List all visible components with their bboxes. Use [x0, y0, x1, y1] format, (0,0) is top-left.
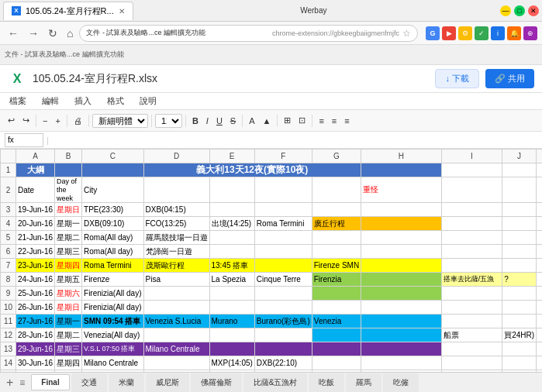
- cell-I12[interactable]: 船票: [441, 328, 502, 342]
- cell-I9[interactable]: [441, 287, 502, 301]
- cell-F6[interactable]: [254, 245, 312, 259]
- cell-E4[interactable]: 出境(14:25): [209, 217, 254, 231]
- cell-K4[interactable]: [537, 217, 542, 231]
- col-header-J[interactable]: J: [502, 150, 537, 163]
- ext-icon-7[interactable]: ⊕: [523, 26, 537, 40]
- address-bar[interactable]: 文件 - 試算表及驗略...ce 編輯擴充功能 chrome-extension…: [79, 25, 418, 42]
- cell-H15[interactable]: 重點:(完整訂票系統查詢): [361, 370, 442, 372]
- refresh-button[interactable]: ↻: [45, 26, 60, 41]
- cell-G14[interactable]: [312, 356, 361, 370]
- cell-K1[interactable]: [537, 163, 542, 177]
- cell-F2[interactable]: [254, 177, 312, 203]
- underline-button[interactable]: U: [213, 115, 226, 127]
- print-button[interactable]: 🖨: [71, 115, 85, 127]
- formula-input[interactable]: [52, 136, 537, 144]
- cell-D5[interactable]: 羅馬競技場一日遊: [143, 231, 209, 245]
- cell-F15[interactable]: [254, 370, 312, 372]
- cell-A11[interactable]: 27-Jun-16: [16, 315, 55, 328]
- cell-E14[interactable]: MXP(14:05): [209, 356, 254, 370]
- row-header-2[interactable]: 2: [1, 177, 16, 203]
- cell-reference-input[interactable]: [5, 133, 43, 147]
- cell-K12[interactable]: [537, 328, 542, 342]
- cell-H14[interactable]: [361, 356, 442, 370]
- share-button[interactable]: 🔗 共用: [485, 69, 534, 88]
- font-size-select[interactable]: 12: [155, 114, 182, 128]
- cell-A8[interactable]: 24-Jun-16: [16, 273, 55, 287]
- cell-E11[interactable]: Murano: [209, 315, 254, 328]
- italic-button[interactable]: I: [203, 115, 212, 127]
- bold-button[interactable]: B: [189, 115, 202, 127]
- cell-C8[interactable]: Firenze: [82, 273, 143, 287]
- cell-D10[interactable]: [143, 301, 209, 315]
- cell-K13[interactable]: [537, 342, 542, 356]
- font-color-button[interactable]: A: [246, 115, 257, 127]
- cell-F13[interactable]: [254, 342, 312, 356]
- cell-C11[interactable]: SMN 09:54 搭車: [82, 315, 143, 328]
- cell-H2[interactable]: 重怪: [361, 177, 442, 203]
- cell-G5[interactable]: [312, 231, 361, 245]
- row-header-1[interactable]: 1: [1, 163, 16, 177]
- cell-E6[interactable]: [209, 245, 254, 259]
- row-header-9[interactable]: 9: [1, 287, 16, 301]
- cell-E15[interactable]: [209, 370, 254, 372]
- merge-button[interactable]: ⊡: [295, 114, 309, 127]
- cell-K10[interactable]: [537, 301, 542, 315]
- row-header-5[interactable]: 5: [1, 231, 16, 245]
- row-header-11[interactable]: 11: [1, 315, 16, 328]
- sheet-tab-pisa[interactable]: 比薩&五漁村: [243, 373, 308, 392]
- cell-H6[interactable]: [361, 245, 442, 259]
- row-header-15[interactable]: 15: [1, 370, 16, 372]
- ext-icon-4[interactable]: ✓: [475, 26, 488, 40]
- cell-B14[interactable]: 星期四: [55, 356, 82, 370]
- cell-C14[interactable]: Milano Centrale: [82, 356, 143, 370]
- undo-button[interactable]: ↩: [5, 114, 18, 127]
- align-center-button[interactable]: ≡: [329, 115, 340, 127]
- cell-G9[interactable]: [312, 287, 361, 301]
- cell-B3[interactable]: 星期日: [55, 203, 82, 217]
- cell-B11[interactable]: 星期一: [55, 315, 82, 328]
- col-header-K[interactable]: K: [537, 150, 542, 163]
- cell-J13[interactable]: [502, 342, 537, 356]
- cell-D11[interactable]: Venezia S.Lucia: [143, 315, 209, 328]
- cell-H7[interactable]: [361, 259, 442, 273]
- cell-D8[interactable]: Pisa: [143, 273, 209, 287]
- cell-G7[interactable]: Firenze SMN: [312, 259, 361, 273]
- cell-F3[interactable]: [254, 203, 312, 217]
- star-icon[interactable]: ☆: [402, 28, 411, 39]
- cell-I3[interactable]: [441, 203, 502, 217]
- cell-A1[interactable]: 大綱: [16, 163, 55, 177]
- row-header-3[interactable]: 3: [1, 203, 16, 217]
- row-header-7[interactable]: 7: [1, 259, 16, 273]
- cell-A4[interactable]: 20-Jun-16: [16, 217, 55, 231]
- col-header-A[interactable]: A: [16, 150, 55, 163]
- col-header-D[interactable]: D: [143, 150, 209, 163]
- cell-A13[interactable]: 29-Jun-16: [16, 342, 55, 356]
- cell-K14[interactable]: [537, 356, 542, 370]
- cell-C4[interactable]: DXB(09:10): [82, 217, 143, 231]
- cell-D15[interactable]: TPE(16:20): [143, 370, 209, 372]
- cell-B8[interactable]: 星期五: [55, 273, 82, 287]
- cell-E2[interactable]: [209, 177, 254, 203]
- cell-J8[interactable]: ?: [502, 273, 537, 287]
- cell-E7[interactable]: 13:45 搭車: [209, 259, 254, 273]
- row-header-8[interactable]: 8: [1, 273, 16, 287]
- cell-H12[interactable]: [361, 328, 442, 342]
- cell-A7[interactable]: 23-Jun-16: [16, 259, 55, 273]
- back-button[interactable]: ←: [5, 26, 22, 41]
- cell-K9[interactable]: [537, 287, 542, 301]
- cell-G6[interactable]: [312, 245, 361, 259]
- cell-J11[interactable]: [502, 315, 537, 328]
- cell-E12[interactable]: [209, 328, 254, 342]
- menu-edit[interactable]: 編輯: [39, 94, 62, 108]
- cell-G12[interactable]: [312, 328, 361, 342]
- cell-F7[interactable]: [254, 259, 312, 273]
- cell-B4[interactable]: 星期一: [55, 217, 82, 231]
- cell-D2[interactable]: [143, 177, 209, 203]
- cell-C6[interactable]: Roma(All day): [82, 245, 143, 259]
- cell-B1[interactable]: [55, 163, 82, 177]
- cell-E3[interactable]: [209, 203, 254, 217]
- cell-F12[interactable]: [254, 328, 312, 342]
- cell-B13[interactable]: 星期三: [55, 342, 82, 356]
- col-header-F[interactable]: F: [254, 150, 312, 163]
- cell-B9[interactable]: 星期六: [55, 287, 82, 301]
